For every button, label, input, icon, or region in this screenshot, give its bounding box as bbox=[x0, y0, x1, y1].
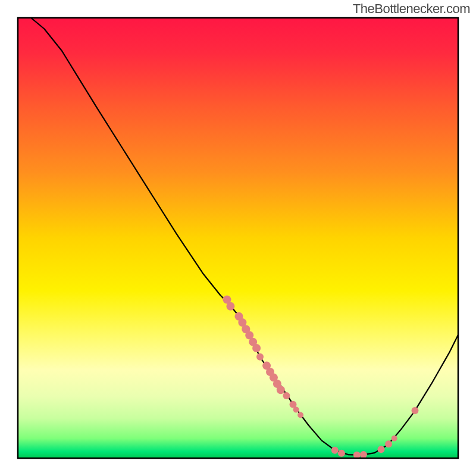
data-marker bbox=[392, 436, 397, 441]
data-marker bbox=[293, 407, 299, 413]
data-marker bbox=[283, 392, 290, 399]
data-marker bbox=[226, 302, 234, 311]
bottleneck-chart bbox=[0, 0, 476, 476]
data-marker bbox=[252, 344, 261, 352]
data-marker bbox=[298, 412, 303, 418]
data-marker bbox=[277, 386, 285, 394]
plot-background bbox=[18, 18, 458, 458]
data-marker bbox=[360, 451, 367, 458]
data-marker bbox=[256, 353, 264, 361]
data-marker bbox=[331, 447, 339, 454]
data-marker bbox=[338, 450, 345, 457]
data-marker bbox=[378, 446, 385, 453]
attribution-text: TheBottlenecker.com bbox=[353, 1, 470, 17]
data-marker bbox=[385, 440, 392, 447]
chart-container: TheBottlenecker.com bbox=[0, 0, 476, 476]
data-marker bbox=[411, 407, 418, 414]
